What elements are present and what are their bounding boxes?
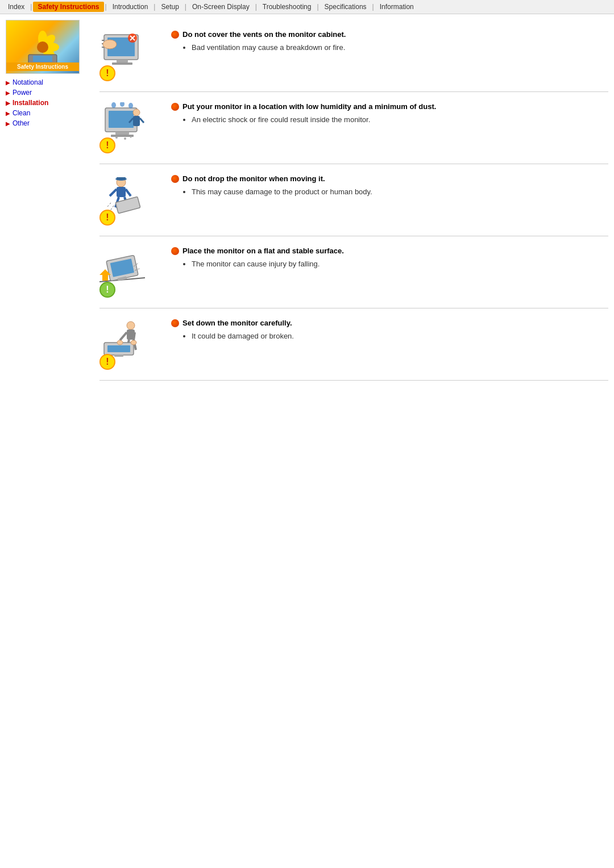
dot-icon-5 xyxy=(171,319,179,327)
instruction-title-2: Put your monitor in a location with low … xyxy=(171,102,608,111)
svg-point-31 xyxy=(124,137,126,140)
svg-point-23 xyxy=(111,102,116,108)
nav-introduction[interactable]: Introduction xyxy=(108,2,153,12)
svg-point-25 xyxy=(128,103,133,108)
warning-badge-2: ! xyxy=(99,137,115,153)
dot-icon-4 xyxy=(171,247,179,255)
arrow-notational: ▶ xyxy=(6,80,10,86)
svg-rect-57 xyxy=(107,345,130,352)
instruction-title-1: Do not cover the vents on the monitor ca… xyxy=(171,30,608,39)
warning-badge-4: ! xyxy=(99,282,115,298)
nav-sep-1: | xyxy=(29,3,33,11)
sidebar-nav: ▶ Notational ▶ Power ▶ Installation ▶ Cl… xyxy=(6,77,88,128)
svg-point-59 xyxy=(117,340,123,345)
arrow-other: ▶ xyxy=(6,120,10,127)
instruction-5: ! Set down the monitor carefully. It cou… xyxy=(99,308,608,381)
sidebar-logo-label: Safety Instructions xyxy=(6,62,79,71)
sidebar-nav-power[interactable]: ▶ Power xyxy=(6,87,88,98)
nav-sep-2: | xyxy=(104,3,108,11)
nav-index[interactable]: Index xyxy=(3,2,29,12)
arrow-power: ▶ xyxy=(6,90,10,96)
instruction-1: ! Do not cover the vents on the monitor … xyxy=(99,20,608,92)
instruction-bullet-5: It could be damaged or broken. xyxy=(182,331,608,342)
svg-rect-27 xyxy=(133,116,140,126)
instruction-text-5: Set down the monitor carefully. It could… xyxy=(171,319,608,342)
svg-line-29 xyxy=(140,118,144,123)
nav-sep-5: | xyxy=(254,3,258,11)
svg-line-43 xyxy=(107,203,111,207)
instruction-bullet-3: This may cause damage to the product or … xyxy=(182,186,608,198)
nav-specifications[interactable]: Specifications xyxy=(320,2,371,12)
instruction-text-1: Do not cover the vents on the monitor ca… xyxy=(171,30,608,53)
navigation-bar: Index | Safety Instructions | Introducti… xyxy=(0,0,614,14)
instruction-bullet-2: An electric shock or fire could result i… xyxy=(182,114,608,126)
dot-icon-1 xyxy=(171,31,179,39)
instruction-3: ! Do not drop the monitor when moving it… xyxy=(99,164,608,236)
instruction-image-3: ! xyxy=(99,174,162,226)
warning-badge-1: ! xyxy=(99,65,115,81)
nav-sep-7: | xyxy=(371,3,375,11)
svg-line-53 xyxy=(134,332,135,340)
svg-point-32 xyxy=(130,136,132,138)
sidebar-nav-clean[interactable]: ▶ Clean xyxy=(6,108,88,118)
svg-rect-21 xyxy=(115,132,129,135)
svg-point-24 xyxy=(120,102,125,107)
sidebar-nav-notational[interactable]: ▶ Notational xyxy=(6,77,88,87)
arrow-clean: ▶ xyxy=(6,110,10,116)
svg-point-30 xyxy=(115,136,118,139)
svg-point-60 xyxy=(131,340,136,345)
instruction-title-4: Place the monitor on a flat and stable s… xyxy=(171,247,608,255)
svg-rect-58 xyxy=(114,354,123,357)
dot-icon-2 xyxy=(171,103,179,111)
instruction-title-5: Set down the monitor carefully. xyxy=(171,319,608,327)
logo-flower-svg xyxy=(17,27,68,67)
instruction-title-3: Do not drop the monitor when moving it. xyxy=(171,174,608,183)
nav-sep-3: | xyxy=(152,3,156,11)
nav-safety-instructions[interactable]: Safety Instructions xyxy=(33,2,103,12)
svg-rect-14 xyxy=(112,62,132,65)
arrow-installation: ▶ xyxy=(6,100,10,106)
sidebar: Safety Instructions ▶ Notational ▶ Power… xyxy=(6,20,88,381)
svg-line-37 xyxy=(110,189,117,196)
nav-troubleshooting[interactable]: Troubleshooting xyxy=(258,2,316,12)
nav-sep-6: | xyxy=(316,3,320,11)
svg-rect-35 xyxy=(117,177,126,180)
main-container: Safety Instructions ▶ Notational ▶ Power… xyxy=(0,14,614,386)
svg-line-52 xyxy=(120,332,127,340)
sidebar-logo: Safety Instructions xyxy=(6,20,80,74)
instruction-text-2: Put your monitor in a location with low … xyxy=(171,102,608,126)
instruction-2: ! Put your monitor in a location with lo… xyxy=(99,92,608,164)
instruction-text-4: Place the monitor on a flat and stable s… xyxy=(171,247,608,270)
svg-point-26 xyxy=(133,109,140,116)
dot-icon-3 xyxy=(171,175,179,183)
svg-rect-13 xyxy=(117,60,128,62)
instruction-image-5: ! xyxy=(99,319,162,370)
instruction-text-3: Do not drop the monitor when moving it. … xyxy=(171,174,608,198)
nav-osd[interactable]: On-Screen Display xyxy=(188,2,254,12)
instruction-image-2: ! xyxy=(99,102,162,153)
instruction-image-1: ! xyxy=(99,30,162,81)
instruction-4: ! Place the monitor on a flat and stable… xyxy=(99,236,608,308)
svg-point-15 xyxy=(103,40,117,49)
instruction-image-4: ! xyxy=(99,247,162,298)
nav-information[interactable]: Information xyxy=(375,2,418,12)
sidebar-nav-installation[interactable]: ▶ Installation xyxy=(6,98,88,108)
instruction-bullet-1: Bad ventilation may cause a breakdown or… xyxy=(182,42,608,53)
nav-sep-4: | xyxy=(184,3,188,11)
svg-rect-36 xyxy=(117,187,126,197)
svg-line-38 xyxy=(126,189,131,196)
svg-rect-7 xyxy=(33,56,52,62)
warning-badge-5: ! xyxy=(99,354,115,370)
instruction-bullet-4: The monitor can cause injury by falling. xyxy=(182,258,608,270)
nav-setup[interactable]: Setup xyxy=(156,2,183,12)
warning-badge-3: ! xyxy=(99,210,115,226)
svg-point-50 xyxy=(127,322,135,329)
svg-rect-20 xyxy=(109,111,134,128)
svg-point-4 xyxy=(37,41,48,53)
sidebar-nav-other[interactable]: ▶ Other xyxy=(6,118,88,128)
content-area: ! Do not cover the vents on the monitor … xyxy=(94,20,608,381)
